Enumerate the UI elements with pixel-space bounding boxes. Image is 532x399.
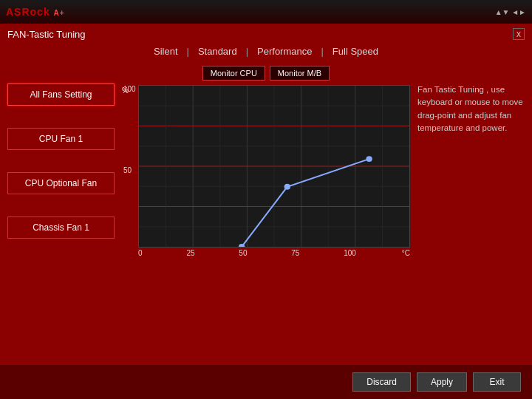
logo-sub: A+ [54,9,65,17]
tab-standard[interactable]: Standard [189,43,246,60]
chart-wrapper: 100 50 [138,85,410,358]
bottom-bar: Discard Apply Exit [0,365,532,399]
y-axis-labels: 100 50 [123,85,136,248]
y-label-100: 100 [123,85,136,93]
svg-point-18 [366,156,372,162]
x-axis: 0 25 50 75 100 °C [138,248,410,257]
monitor-mb-button[interactable]: Monitor M/B [270,66,330,81]
monitor-row: Monitor CPU Monitor M/B [122,66,410,81]
logo: ASRock A+ [6,6,65,18]
sidebar-btn-cpu-fan1[interactable]: CPU Fan 1 [7,128,115,150]
tab-full-speed[interactable]: Full Speed [324,43,387,60]
sidebar: All Fans Setting CPU Fan 1 CPU Optional … [7,43,115,358]
logo-asrock: ASRock [6,6,50,18]
main-panel: FAN-Tastic Tuning x All Fans Setting CPU… [0,24,532,399]
x-label-100: 100 [344,249,356,257]
info-text: Fan Tastic Tuning , use keyboard or mous… [417,83,525,134]
apply-button[interactable]: Apply [417,372,467,392]
mode-tabs: Silent | Standard | Performance | Full S… [122,43,410,60]
chart-grid[interactable] [138,85,410,248]
tab-silent[interactable]: Silent [145,43,187,60]
sidebar-btn-chassis-fan1[interactable]: Chassis Fan 1 [7,216,115,239]
x-unit-label: °C [402,249,410,257]
monitor-cpu-button[interactable]: Monitor CPU [202,66,265,81]
sidebar-btn-cpu-optional[interactable]: CPU Optional Fan [7,172,115,194]
top-bar: ASRock A+ ▲▼ ◄► [0,0,532,24]
x-label-25: 25 [186,249,194,257]
discard-button[interactable]: Discard [352,372,411,392]
chart-svg [139,86,409,247]
x-label-50: 50 [239,249,247,257]
tab-performance[interactable]: Performance [248,43,321,60]
y-label-50: 50 [123,166,136,174]
x-label-75: 75 [291,249,299,257]
exit-button[interactable]: Exit [473,372,521,392]
close-button[interactable]: x [513,28,525,40]
svg-point-17 [284,184,290,190]
content-area: All Fans Setting CPU Fan 1 CPU Optional … [0,43,532,365]
sidebar-btn-all-fans[interactable]: All Fans Setting [7,83,115,106]
top-bar-right: ▲▼ ◄► [495,8,526,16]
x-axis-labels: 0 25 50 75 100 °C [138,248,410,257]
right-info-panel: Fan Tastic Tuning , use keyboard or mous… [417,43,525,358]
chart-container: % 100 50 [122,85,410,358]
center-area: Silent | Standard | Performance | Full S… [122,43,410,358]
window-title: FAN-Tastic Tuning [7,29,86,40]
x-label-0: 0 [138,249,143,257]
window-title-bar: FAN-Tastic Tuning x [0,24,532,43]
chart-area: 100 50 [138,85,410,248]
